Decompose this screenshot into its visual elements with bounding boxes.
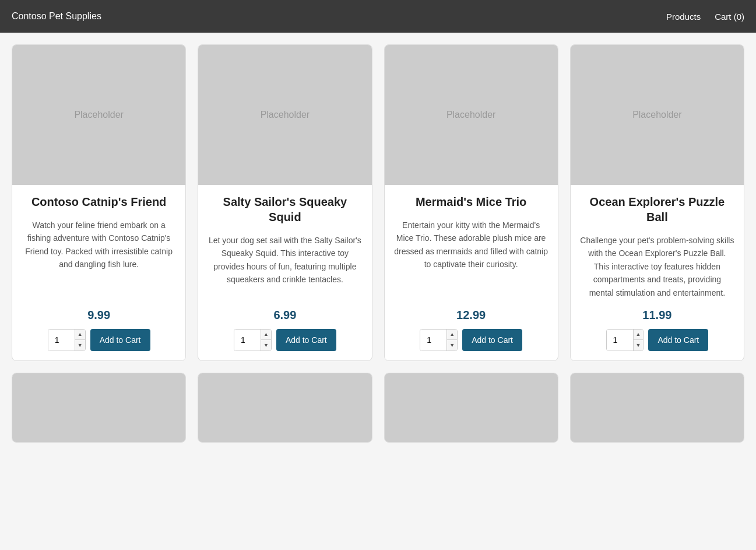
- product-title-2: Salty Sailor's Squeaky Squid: [208, 194, 362, 225]
- add-to-cart-button-3[interactable]: Add to Cart: [462, 329, 522, 351]
- product-body-3: Mermaid's Mice Trio Entertain your kitty…: [385, 185, 558, 329]
- product-actions-1: ▲ ▼ Add to Cart: [12, 329, 185, 351]
- quantity-down-2[interactable]: ▼: [261, 340, 271, 351]
- quantity-spinners-2: ▲ ▼: [261, 330, 271, 351]
- product-card-partial-5: [12, 373, 186, 443]
- add-to-cart-button-4[interactable]: Add to Cart: [648, 329, 708, 351]
- quantity-wrapper-4: ▲ ▼: [606, 329, 644, 351]
- product-actions-2: ▲ ▼ Add to Cart: [198, 329, 371, 351]
- quantity-spinners-1: ▲ ▼: [75, 330, 85, 351]
- quantity-down-3[interactable]: ▼: [447, 340, 457, 351]
- quantity-up-2[interactable]: ▲: [261, 330, 271, 341]
- quantity-wrapper-3: ▲ ▼: [420, 329, 458, 351]
- add-to-cart-button-1[interactable]: Add to Cart: [90, 329, 150, 351]
- image-placeholder-2: Placeholder: [261, 110, 310, 120]
- image-placeholder-4: Placeholder: [632, 110, 682, 120]
- nav-links: Products Cart (0): [666, 12, 744, 22]
- quantity-input-3[interactable]: [420, 330, 446, 351]
- product-price-1: 9.99: [22, 309, 176, 322]
- product-description-1: Watch your feline friend embark on a fis…: [22, 219, 176, 299]
- quantity-down-1[interactable]: ▼: [75, 340, 85, 351]
- product-image-partial-7: [385, 373, 558, 442]
- product-card-3: Placeholder Mermaid's Mice Trio Entertai…: [384, 44, 558, 361]
- product-description-2: Let your dog set sail with the Salty Sai…: [208, 234, 362, 299]
- quantity-input-1[interactable]: [48, 330, 75, 351]
- product-card-partial-7: [384, 373, 558, 443]
- product-title-4: Ocean Explorer's Puzzle Ball: [580, 194, 734, 225]
- products-link[interactable]: Products: [666, 12, 701, 22]
- quantity-up-1[interactable]: ▲: [75, 330, 85, 341]
- brand-link[interactable]: Contoso Pet Supplies: [12, 11, 101, 22]
- quantity-spinners-4: ▲ ▼: [633, 330, 644, 351]
- navbar: Contoso Pet Supplies Products Cart (0): [0, 0, 756, 33]
- product-price-2: 6.99: [208, 309, 362, 322]
- quantity-up-3[interactable]: ▲: [447, 330, 457, 341]
- product-image-partial-5: [12, 373, 185, 442]
- product-image-1: Placeholder: [12, 45, 185, 185]
- quantity-input-2[interactable]: [234, 330, 261, 351]
- image-placeholder-3: Placeholder: [446, 110, 496, 120]
- quantity-down-4[interactable]: ▼: [634, 340, 644, 351]
- product-actions-3: ▲ ▼ Add to Cart: [385, 329, 558, 351]
- product-price-4: 11.99: [580, 309, 734, 322]
- product-title-1: Contoso Catnip's Friend: [22, 194, 176, 209]
- product-card-2: Placeholder Salty Sailor's Squeaky Squid…: [198, 44, 372, 361]
- product-body-1: Contoso Catnip's Friend Watch your felin…: [12, 185, 185, 329]
- quantity-input-4[interactable]: [607, 330, 633, 351]
- product-image-partial-8: [571, 373, 744, 442]
- product-actions-4: ▲ ▼ Add to Cart: [571, 329, 744, 351]
- product-card-1: Placeholder Contoso Catnip's Friend Watc…: [12, 44, 186, 361]
- quantity-spinners-3: ▲ ▼: [446, 330, 457, 351]
- add-to-cart-button-2[interactable]: Add to Cart: [276, 329, 336, 351]
- product-description-3: Entertain your kitty with the Mermaid's …: [394, 219, 548, 299]
- product-image-2: Placeholder: [198, 45, 371, 185]
- quantity-wrapper-2: ▲ ▼: [234, 329, 272, 351]
- image-placeholder-1: Placeholder: [74, 110, 124, 120]
- quantity-up-4[interactable]: ▲: [634, 330, 644, 341]
- product-description-4: Challenge your pet's problem-solving ski…: [580, 234, 734, 299]
- product-image-partial-6: [198, 373, 371, 442]
- product-title-3: Mermaid's Mice Trio: [394, 194, 548, 209]
- product-card-4: Placeholder Ocean Explorer's Puzzle Ball…: [570, 44, 744, 361]
- product-image-3: Placeholder: [385, 45, 558, 185]
- cart-link[interactable]: Cart (0): [715, 12, 744, 22]
- product-card-partial-6: [198, 373, 372, 443]
- product-body-4: Ocean Explorer's Puzzle Ball Challenge y…: [571, 185, 744, 329]
- main-content: Placeholder Contoso Catnip's Friend Watc…: [0, 33, 756, 454]
- products-grid: Placeholder Contoso Catnip's Friend Watc…: [12, 44, 744, 361]
- product-image-4: Placeholder: [571, 45, 744, 185]
- products-grid-row2: [12, 373, 744, 443]
- product-card-partial-8: [570, 373, 744, 443]
- product-price-3: 12.99: [394, 309, 548, 322]
- product-body-2: Salty Sailor's Squeaky Squid Let your do…: [198, 185, 371, 329]
- quantity-wrapper-1: ▲ ▼: [48, 329, 86, 351]
